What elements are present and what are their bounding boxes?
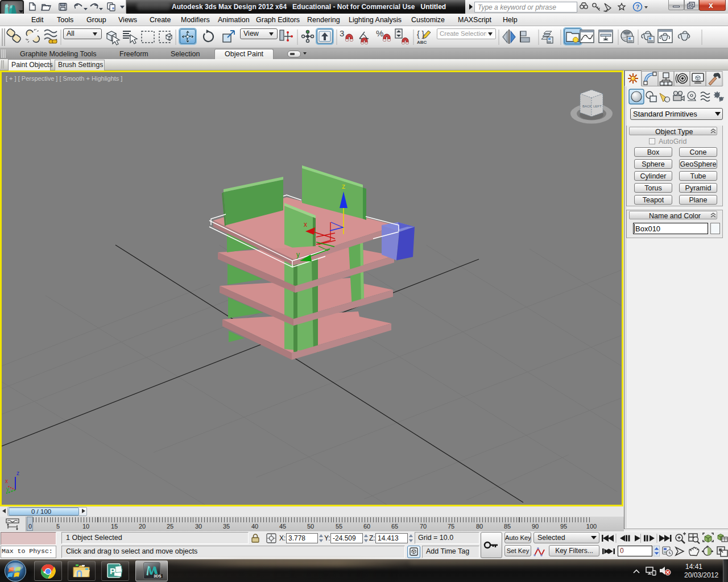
svg-text:3: 3 [340, 28, 344, 38]
svg-text:x: x [304, 221, 307, 228]
svg-text:x: x [5, 478, 8, 484]
svg-text:BACK: BACK [582, 105, 592, 108]
svg-text:LEFT: LEFT [593, 105, 602, 108]
svg-text:?: ? [636, 3, 640, 10]
svg-text:ABC: ABC [417, 40, 427, 45]
svg-text:z: z [342, 182, 345, 190]
svg-text:y: y [6, 486, 9, 492]
svg-text:%: % [376, 28, 383, 38]
svg-text:y: y [296, 251, 300, 259]
svg-text:z: z [16, 470, 19, 476]
svg-text:P: P [110, 566, 115, 576]
